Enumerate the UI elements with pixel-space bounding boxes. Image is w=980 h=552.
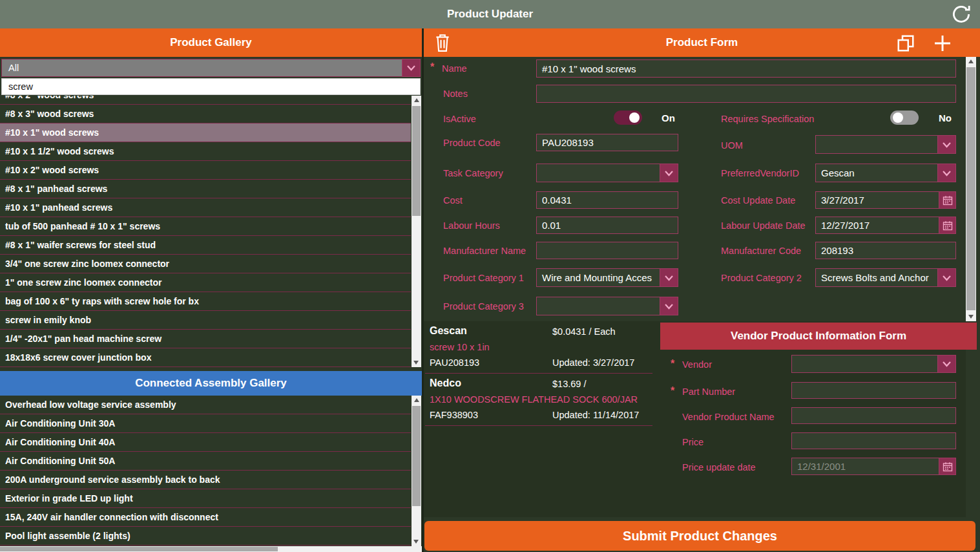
submit-button-label: Submit Product Changes [623, 529, 777, 544]
product-category3-dropdown[interactable] [536, 297, 678, 315]
submit-product-changes-button[interactable]: Submit Product Changes [424, 521, 975, 551]
scroll-up-arrow[interactable] [414, 398, 419, 402]
product-category1-value: Wire and Mounting Acces [542, 272, 652, 283]
chevron-down-icon[interactable] [937, 268, 956, 287]
product-code-input[interactable]: PAU208193 [536, 134, 678, 151]
scroll-down-arrow[interactable] [968, 315, 974, 319]
product-list-item[interactable]: 18x18x6 screw cover junction box [0, 348, 411, 367]
product-code-value: PAU208193 [542, 137, 594, 148]
product-list-item[interactable]: #8 x 2" wood screws [0, 96, 411, 105]
name-input[interactable]: #10 x 1" wood screws [536, 59, 956, 78]
assembly-list-item[interactable]: Air Conditioning Unit 40A [0, 433, 411, 452]
add-product-button[interactable] [932, 33, 953, 56]
chevron-down-icon[interactable] [937, 164, 956, 182]
scroll-up-arrow[interactable] [968, 59, 974, 63]
refresh-button[interactable] [950, 3, 972, 28]
part-number-input[interactable] [791, 382, 956, 399]
delete-product-button[interactable] [434, 33, 451, 55]
product-form-scrollbar[interactable] [966, 57, 976, 321]
chevron-down-icon[interactable] [937, 135, 956, 154]
scroll-down-arrow[interactable] [413, 361, 419, 365]
product-list-item[interactable]: 3/4" one screw zinc loomex connector [0, 255, 411, 273]
assembly-list-scrollbar[interactable] [412, 396, 421, 546]
labour-update-date-input[interactable]: 12/27/2017 [815, 217, 956, 234]
product-list-item[interactable]: 1" one screw zinc loomex connector [0, 273, 411, 292]
product-category1-label: Product Category 1 [443, 273, 524, 283]
assembly-list-item[interactable]: Exterior in grade LED up light [0, 489, 411, 508]
product-list-item[interactable]: #10 x 2" wood screws [0, 161, 411, 180]
vendor-price: $13.69 / [552, 379, 586, 389]
required-marker: * [430, 61, 434, 73]
manufacturer-code-label: Manufacturer Code [721, 246, 801, 256]
search-input[interactable]: screw [1, 78, 421, 95]
assembly-list-item[interactable]: 15A, 240V air handler connection with di… [0, 508, 411, 527]
scroll-down-arrow[interactable] [413, 540, 419, 544]
calendar-icon[interactable] [939, 217, 956, 234]
chevron-down-icon[interactable] [937, 355, 956, 373]
product-list-item[interactable]: 1/4" -20x1" pan head machine screw [0, 330, 411, 348]
task-category-dropdown[interactable] [536, 164, 678, 182]
price-update-date-input[interactable]: 12/31/2001 [791, 458, 956, 475]
requires-spec-state: No [939, 112, 952, 123]
chevron-down-icon[interactable] [660, 164, 678, 182]
scrollbar-thumb[interactable] [412, 406, 421, 506]
product-list-item[interactable]: #8 x 3" wood screws [0, 105, 411, 123]
labour-hours-input[interactable]: 0.01 [536, 217, 678, 234]
manufacturer-code-input[interactable]: 208193 [815, 242, 956, 259]
preferred-vendor-dropdown[interactable]: Gescan [815, 164, 956, 182]
product-list-item[interactable]: tub of 500 panhead # 10 x 1" screws [0, 217, 411, 236]
cost-update-date-input[interactable]: 3/27/2017 [815, 191, 956, 209]
scrollbar-thumb[interactable] [0, 547, 278, 551]
scrollbar-thumb[interactable] [412, 106, 421, 216]
product-category2-dropdown[interactable]: Screws Bolts and Anchor [815, 268, 956, 287]
manufacturer-name-input[interactable] [536, 242, 678, 259]
chevron-down-icon[interactable] [660, 268, 678, 287]
vendor-product-name-input[interactable] [791, 407, 956, 424]
notes-input[interactable] [536, 85, 956, 103]
product-list-item-selected[interactable]: #10 x 1" wood screws [0, 123, 411, 142]
vendor-name[interactable]: Gescan [430, 325, 467, 337]
product-list-item[interactable]: screw in emily knob [0, 311, 411, 330]
product-code-label: Product Code [443, 138, 501, 148]
vendor-dropdown[interactable] [791, 355, 956, 373]
required-marker: * [671, 358, 674, 370]
calendar-icon[interactable] [939, 191, 956, 209]
manufacturer-code-value: 208193 [821, 245, 853, 256]
vendor-price: $0.0431 / Each [552, 326, 616, 337]
product-list-item[interactable]: bag of 100 x 6" ty raps with screw hole … [0, 292, 411, 311]
uom-dropdown[interactable] [815, 135, 956, 154]
product-list-item[interactable]: #8 x 1" panhead screws [0, 180, 411, 198]
duplicate-product-button[interactable] [896, 34, 915, 56]
vendor-name[interactable]: Nedco [430, 377, 461, 389]
category-filter-dropdown[interactable]: All [1, 59, 421, 77]
assembly-list-item[interactable]: Overhead low voltage service assembly [0, 396, 411, 414]
product-list-item[interactable]: #10 x 1 1/2" wood screws [0, 142, 411, 161]
assembly-list-item[interactable]: Air Conditioning Unit 50A [0, 452, 411, 471]
requires-spec-toggle[interactable] [890, 111, 919, 125]
product-list-item[interactable]: #8 x 1" waifer screws for steel stud [0, 236, 411, 255]
vendor-separator [425, 425, 652, 426]
left-horizontal-scrollbar[interactable] [0, 546, 422, 552]
assembly-list-item[interactable]: Pool light assemble (2 lights) [0, 527, 411, 546]
isactive-toggle[interactable] [614, 111, 642, 125]
calendar-icon[interactable] [939, 458, 956, 475]
isactive-label: IsActive [443, 114, 476, 124]
price-input[interactable] [791, 432, 956, 449]
assembly-list-item[interactable]: Air Conditioning Unit 30A [0, 414, 411, 433]
connected-assembly-title: Connected Assembly Gallery [135, 377, 287, 390]
title-bar: Product Updater [0, 0, 980, 28]
notes-label: Notes [443, 89, 468, 99]
product-category2-value: Screws Bolts and Anchor [821, 272, 929, 283]
cost-update-date-value: 3/27/2017 [821, 195, 864, 206]
product-list-item[interactable]: #10 x 1" panhead screws [0, 198, 411, 217]
product-list-scrollbar[interactable] [412, 96, 421, 367]
plus-icon [932, 33, 953, 54]
chevron-down-icon[interactable] [660, 297, 678, 315]
cost-input[interactable]: 0.0431 [536, 191, 678, 209]
chevron-down-icon[interactable] [402, 59, 421, 77]
vendor-updated: Updated: 11/14/2017 [552, 410, 639, 420]
scrollbar-thumb[interactable] [966, 67, 975, 310]
product-category1-dropdown[interactable]: Wire and Mounting Acces [536, 268, 678, 287]
assembly-list-item[interactable]: 200A underground service assembly back t… [0, 471, 411, 489]
scroll-up-arrow[interactable] [414, 98, 419, 102]
